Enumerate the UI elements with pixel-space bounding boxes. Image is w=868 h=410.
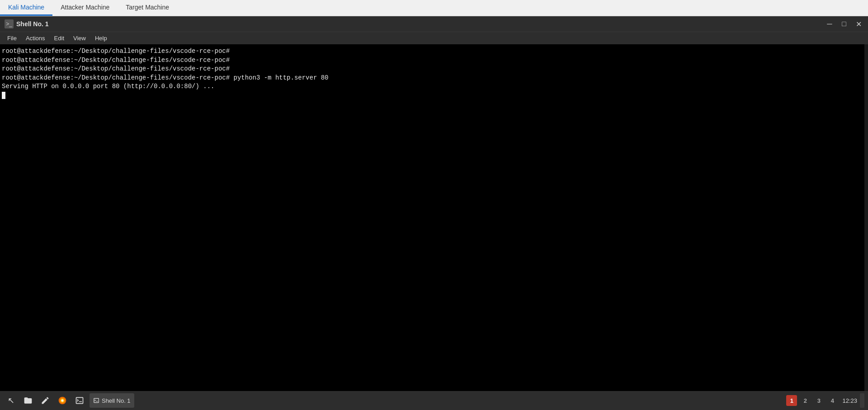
svg-point-2	[61, 400, 64, 402]
tab-target[interactable]: Target Machine	[118, 0, 177, 16]
tab-attacker[interactable]: Attacker Machine	[52, 0, 118, 16]
minimize-button[interactable]: ─	[825, 19, 835, 29]
terminal-titlebar: >_ Shell No. 1 ─ □ ✕	[0, 16, 868, 32]
shell-app-label: Shell No. 1	[102, 397, 131, 404]
clock-display: 12:23	[842, 397, 857, 404]
pointer-icon[interactable]: ↖	[4, 393, 18, 408]
terminal-launcher-icon[interactable]	[72, 393, 87, 408]
maximize-button[interactable]: □	[839, 19, 849, 29]
terminal-window: >_ Shell No. 1 ─ □ ✕ File Actions Edit V…	[0, 16, 868, 391]
terminal-title-icon: >_	[5, 19, 14, 28]
terminal-line-4: root@attackdefense:~/Desktop/challenge-f…	[2, 74, 866, 83]
taskbar-end-button[interactable]	[860, 393, 864, 408]
terminal-cursor-line	[2, 91, 866, 100]
titlebar-left: >_ Shell No. 1	[5, 19, 49, 28]
menu-edit[interactable]: Edit	[50, 33, 69, 43]
workspace-3-button[interactable]: 3	[813, 395, 824, 406]
files-icon[interactable]	[21, 393, 35, 408]
terminal-cursor	[2, 92, 5, 99]
editor-icon[interactable]	[38, 393, 52, 408]
menu-actions[interactable]: Actions	[21, 33, 50, 43]
menu-file[interactable]: File	[3, 33, 21, 43]
workspace-1-button[interactable]: 1	[786, 395, 797, 406]
taskbar-right: 1 2 3 4 12:23	[786, 393, 864, 408]
terminal-content[interactable]: root@attackdefense:~/Desktop/challenge-f…	[0, 44, 868, 391]
workspace-4-button[interactable]: 4	[827, 395, 838, 406]
terminal-line-2: root@attackdefense:~/Desktop/challenge-f…	[2, 56, 866, 65]
tab-kali[interactable]: Kali Machine	[0, 0, 52, 16]
menu-view[interactable]: View	[69, 33, 90, 43]
taskbar-left: ↖ Shell No. 1	[4, 393, 134, 408]
menu-help[interactable]: Help	[90, 33, 112, 43]
terminal-menubar: File Actions Edit View Help	[0, 32, 868, 44]
terminal-line-3: root@attackdefense:~/Desktop/challenge-f…	[2, 65, 866, 74]
workspace-2-button[interactable]: 2	[800, 395, 811, 406]
taskbar: ↖ Shell No. 1 1 2 3 4 12:23	[0, 391, 868, 410]
tab-bar: Kali Machine Attacker Machine Target Mac…	[0, 0, 868, 16]
close-button[interactable]: ✕	[854, 19, 863, 29]
terminal-title-label: Shell No. 1	[16, 20, 49, 28]
terminal-scrollbar[interactable]	[864, 44, 868, 391]
window-controls: ─ □ ✕	[825, 19, 863, 29]
firefox-icon[interactable]	[55, 393, 70, 408]
terminal-line-1: root@attackdefense:~/Desktop/challenge-f…	[2, 47, 866, 56]
terminal-line-5: Serving HTTP on 0.0.0.0 port 80 (http://…	[2, 82, 866, 91]
shell-taskbar-app[interactable]: Shell No. 1	[90, 393, 134, 408]
